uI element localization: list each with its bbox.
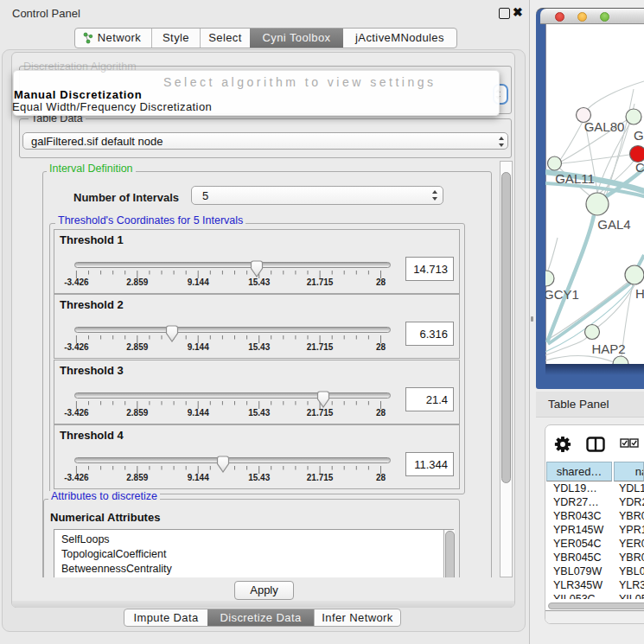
svg-text:GCY1: GCY1: [545, 287, 579, 302]
svg-text:GAL11: GAL11: [555, 171, 595, 186]
svg-text:HAP2: HAP2: [591, 341, 625, 356]
svg-text:GAL4: GAL4: [597, 217, 630, 232]
svg-text:GAL80: GAL80: [584, 119, 625, 134]
svg-text:G.: G.: [634, 128, 644, 143]
svg-text:H: H: [635, 286, 644, 301]
svg-text:C: C: [635, 160, 644, 175]
